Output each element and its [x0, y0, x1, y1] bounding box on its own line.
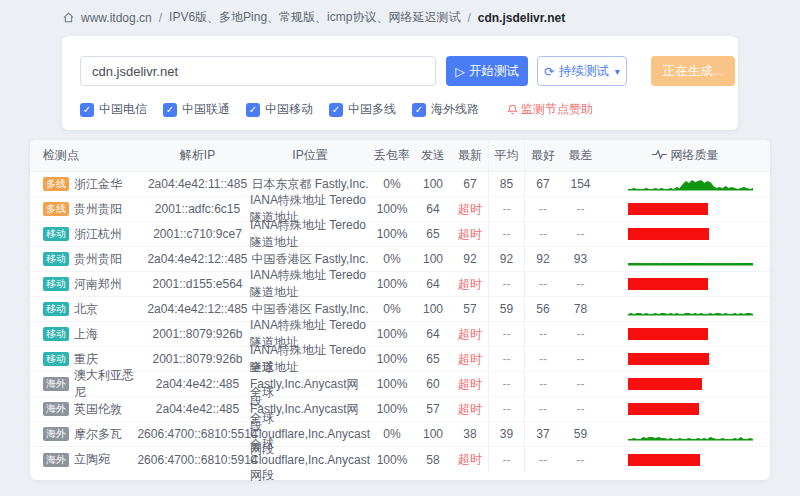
sponsor-node-link[interactable]: 监测节点赞助	[507, 101, 593, 118]
quality-cell	[600, 447, 770, 472]
best-latency: 37	[524, 422, 561, 446]
node-name: 北京	[74, 301, 98, 318]
ip-location: IANA特殊地址 Teredo隧道地址	[250, 272, 370, 296]
avg-latency: 59	[488, 297, 524, 321]
start-test-label: 开始测试	[469, 63, 519, 80]
sent-count: 57	[414, 397, 452, 421]
breadcrumb-separator: /	[467, 11, 470, 25]
best-latency: --	[524, 447, 561, 472]
best-latency: --	[524, 322, 561, 346]
sent-count: 64	[414, 272, 452, 296]
node-name: 上海	[74, 326, 98, 343]
checkbox-item-china-telecom[interactable]: ✓中国电信	[80, 101, 147, 118]
node-cell: 海外澳大利亚悉尼	[30, 372, 145, 396]
node-name: 澳大利亚悉尼	[74, 367, 145, 401]
loss-rate: 100%	[370, 397, 414, 421]
sent-count: 64	[414, 322, 452, 346]
latest-latency: 超时	[452, 447, 488, 472]
loss-rate: 0%	[370, 422, 414, 446]
table-row: 海外立陶宛2606:4700::6810:5914全球 Cloudflare,I…	[30, 447, 770, 472]
start-test-button[interactable]: ▷ 开始测试	[446, 56, 528, 86]
quality-loss-bar	[628, 203, 708, 215]
col-header-label: 检测点	[43, 147, 79, 164]
home-icon	[62, 11, 75, 24]
ip-location: 全球 Cloudflare,Inc.Anycast网段	[250, 447, 370, 472]
continuous-test-button[interactable]: ⟳ 持续测试 ▾	[537, 56, 627, 86]
node-name: 立陶宛	[74, 451, 110, 468]
latest-latency: 超时	[452, 347, 488, 371]
quality-loss-bar	[628, 328, 708, 340]
checkbox-label: 中国电信	[99, 101, 147, 118]
checkbox-checked-icon: ✓	[246, 103, 260, 117]
sent-count: 64	[414, 197, 452, 221]
avg-latency: --	[488, 397, 524, 421]
quality-sparkline	[628, 427, 753, 441]
checkbox-label: 中国多线	[348, 101, 396, 118]
generating-label: 正在生成...	[663, 63, 723, 80]
checkbox-item-china-unicom[interactable]: ✓中国联通	[163, 101, 230, 118]
node-name: 浙江杭州	[74, 226, 122, 243]
checkbox-checked-icon: ✓	[329, 103, 343, 117]
checkbox-item-china-mobile[interactable]: ✓中国移动	[246, 101, 313, 118]
best-latency: --	[524, 372, 561, 396]
table-row: 海外摩尔多瓦2606:4700::6810:5514全球 Cloudflare,…	[30, 422, 770, 447]
resolved-ip: 2a04:4e42:11::485	[145, 172, 250, 196]
avg-latency: --	[488, 447, 524, 472]
host-input[interactable]	[80, 56, 436, 86]
quality-cell	[600, 172, 770, 196]
loss-rate: 100%	[370, 222, 414, 246]
refresh-icon: ⟳	[544, 64, 554, 79]
breadcrumb-site[interactable]: www.itdog.cn	[81, 11, 152, 25]
checkbox-label: 中国移动	[265, 101, 313, 118]
col-header-label: 最好	[531, 147, 555, 164]
col-header-best: 最好	[524, 140, 561, 172]
quality-cell	[600, 372, 770, 396]
col-header-label: 最新	[458, 147, 482, 164]
node-name: 河南郑州	[74, 276, 122, 293]
sent-count: 100	[414, 422, 452, 446]
checkbox-item-overseas-line[interactable]: ✓海外线路	[412, 101, 479, 118]
breadcrumb: www.itdog.cn / IPV6版、多地Ping、常规版、icmp协议、网…	[62, 9, 565, 26]
loss-rate: 0%	[370, 247, 414, 271]
col-header-avg: 平均	[488, 140, 524, 172]
quality-loss-bar	[628, 403, 699, 415]
col-header-label: 网络质量	[671, 147, 719, 164]
node-cell: 移动浙江杭州	[30, 222, 145, 246]
pulse-icon	[652, 149, 667, 163]
table-row: 海外英国伦敦2a04:4e42::485全球 Fastly,Inc.Anycas…	[30, 397, 770, 422]
worst-latency: --	[561, 347, 600, 371]
best-latency: --	[524, 397, 561, 421]
sent-count: 65	[414, 222, 452, 246]
line-type-badge: 海外	[43, 377, 69, 391]
line-type-badge: 移动	[43, 227, 69, 241]
generating-button[interactable]: 正在生成...	[651, 56, 735, 86]
worst-latency: 93	[561, 247, 600, 271]
avg-latency: --	[488, 322, 524, 346]
quality-cell	[600, 322, 770, 346]
node-cell: 多线浙江金华	[30, 172, 145, 196]
line-type-badge: 移动	[43, 252, 69, 266]
checkbox-label: 中国联通	[182, 101, 230, 118]
table-row: 移动北京2a04:4e42:12::485中国香港区 Fastly,Inc.0%…	[30, 297, 770, 322]
node-cell: 多线贵州贵阳	[30, 197, 145, 221]
node-cell: 移动上海	[30, 322, 145, 346]
avg-latency: 39	[488, 422, 524, 446]
worst-latency: 59	[561, 422, 600, 446]
latest-latency: 超时	[452, 397, 488, 421]
sent-count: 100	[414, 247, 452, 271]
sent-count: 60	[414, 372, 452, 396]
best-latency: 92	[524, 247, 561, 271]
line-type-badge: 多线	[43, 177, 69, 191]
latest-latency: 超时	[452, 197, 488, 221]
worst-latency: --	[561, 447, 600, 472]
col-header-label: 平均	[495, 147, 519, 164]
col-header-loss: 丢包率	[370, 140, 414, 172]
resolved-ip: 2001::d155:e564	[145, 272, 250, 296]
line-type-badge: 多线	[43, 202, 69, 216]
worst-latency: --	[561, 197, 600, 221]
checkbox-item-china-multiline[interactable]: ✓中国多线	[329, 101, 396, 118]
loss-rate: 100%	[370, 322, 414, 346]
quality-sparkline	[628, 252, 753, 266]
col-header-quality: 网络质量	[600, 140, 770, 172]
col-header-worst: 最差	[561, 140, 600, 172]
